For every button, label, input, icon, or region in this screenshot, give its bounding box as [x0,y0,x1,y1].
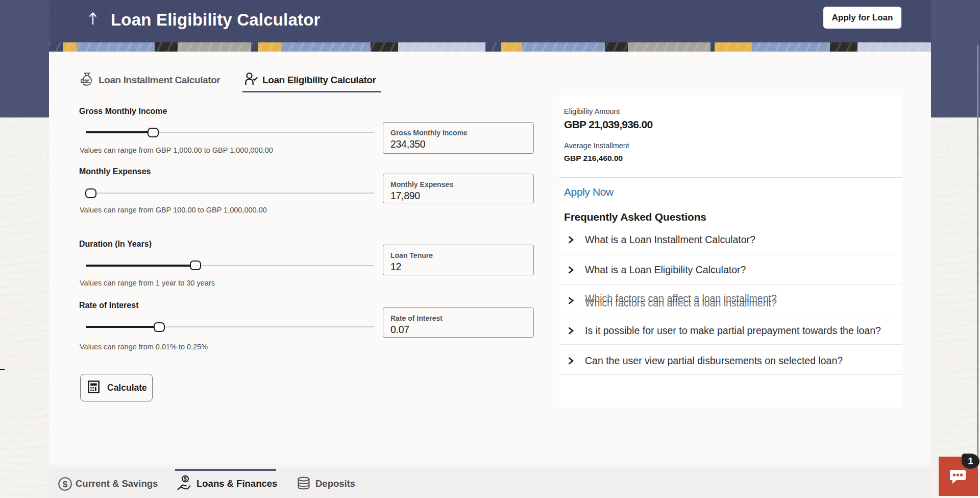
svg-text:$: $ [63,480,68,489]
svg-text:$: $ [184,476,187,482]
